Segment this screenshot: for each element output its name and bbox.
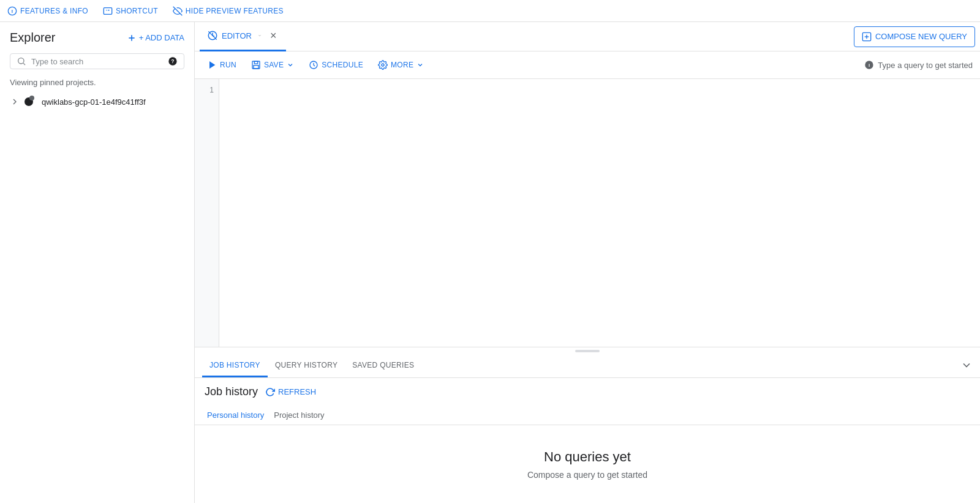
save-button[interactable]: SAVE bbox=[246, 56, 299, 74]
compose-new-query-btn[interactable]: COMPOSE NEW QUERY bbox=[854, 26, 975, 47]
tab-close-btn[interactable]: × bbox=[268, 29, 279, 42]
empty-state: No queries yet Compose a query to get st… bbox=[195, 425, 980, 503]
top-bar: i FEATURES & INFO SHORTCUT HIDE PREVIEW … bbox=[0, 0, 980, 22]
more-button[interactable]: MORE bbox=[373, 56, 429, 74]
help-icon: ? bbox=[168, 56, 178, 66]
toolbar-hint: i Type a query to get started bbox=[864, 60, 973, 70]
bottom-tabs-group: JOB HISTORY QUERY HISTORY SAVED QUERIES bbox=[202, 355, 421, 377]
gear-icon bbox=[378, 60, 388, 70]
search-box[interactable]: ? bbox=[10, 53, 184, 69]
info-icon: i bbox=[864, 60, 874, 70]
svg-rect-2 bbox=[104, 7, 111, 14]
project-name: qwiklabs-gcp-01-1e4f9c41ff3f bbox=[42, 97, 146, 107]
history-tabs: Personal history Project history bbox=[195, 406, 980, 425]
editor-area[interactable]: 1 bbox=[195, 79, 980, 347]
collapse-btn[interactable] bbox=[960, 359, 973, 373]
shortcut-icon bbox=[103, 6, 113, 16]
schedule-icon bbox=[309, 60, 318, 70]
project-history-tab[interactable]: Project history bbox=[271, 409, 326, 421]
refresh-icon bbox=[265, 387, 275, 397]
chevron-down-icon[interactable] bbox=[255, 31, 264, 40]
chevron-right-icon bbox=[10, 97, 20, 107]
svg-text:?: ? bbox=[171, 58, 174, 64]
empty-state-subtitle: Compose a query to get started bbox=[527, 470, 647, 480]
eye-off-icon bbox=[173, 6, 183, 16]
personal-history-tab[interactable]: Personal history bbox=[205, 409, 266, 421]
toolbar: RUN SAVE bbox=[195, 51, 980, 79]
line-number-1: 1 bbox=[195, 84, 219, 96]
tab-job-history[interactable]: JOB HISTORY bbox=[202, 355, 268, 377]
clock-query-icon bbox=[207, 30, 218, 41]
schedule-button[interactable]: SCHEDULE bbox=[304, 56, 368, 74]
right-panel: EDITOR × COMPOSE NEW QUERY bbox=[195, 22, 980, 503]
chevron-down-icon bbox=[960, 359, 973, 371]
shortcut-btn[interactable]: SHORTCUT bbox=[103, 6, 158, 16]
bottom-content: Job history REFRESH Personal history Pro… bbox=[195, 378, 980, 503]
project-icon bbox=[24, 96, 37, 108]
line-numbers: 1 bbox=[195, 79, 219, 347]
job-history-title: Job history bbox=[205, 385, 258, 398]
svg-point-6 bbox=[18, 58, 24, 64]
resize-handle[interactable] bbox=[575, 350, 600, 352]
svg-rect-16 bbox=[254, 61, 257, 64]
toolbar-left: RUN SAVE bbox=[202, 56, 429, 74]
run-icon bbox=[207, 60, 217, 70]
refresh-button[interactable]: REFRESH bbox=[265, 387, 316, 397]
search-icon bbox=[17, 56, 26, 66]
more-chevron-icon bbox=[417, 61, 424, 69]
run-button[interactable]: RUN bbox=[202, 56, 241, 74]
tab-bar: EDITOR × COMPOSE NEW QUERY bbox=[195, 22, 980, 51]
svg-point-19 bbox=[382, 64, 384, 66]
tab-left: EDITOR × bbox=[200, 22, 286, 51]
sidebar-title: Explorer bbox=[10, 31, 55, 45]
save-chevron-icon bbox=[287, 61, 294, 69]
add-data-button[interactable]: + ADD DATA bbox=[127, 33, 184, 43]
svg-rect-17 bbox=[254, 66, 258, 69]
sidebar-header: Explorer + ADD DATA bbox=[0, 22, 194, 51]
features-info-btn[interactable]: i FEATURES & INFO bbox=[7, 6, 88, 16]
editor-content[interactable] bbox=[219, 79, 980, 347]
search-input[interactable] bbox=[31, 57, 163, 66]
svg-text:i: i bbox=[12, 8, 13, 13]
tab-query-history[interactable]: QUERY HISTORY bbox=[268, 355, 345, 377]
plus-icon bbox=[127, 33, 137, 43]
save-icon bbox=[251, 60, 261, 70]
editor-tab[interactable]: EDITOR × bbox=[200, 22, 286, 51]
viewing-text: Viewing pinned projects. bbox=[0, 75, 194, 92]
hide-preview-btn[interactable]: HIDE PREVIEW FEATURES bbox=[173, 6, 284, 16]
svg-text:i: i bbox=[869, 62, 870, 68]
tab-saved-queries[interactable]: SAVED QUERIES bbox=[345, 355, 421, 377]
empty-state-title: No queries yet bbox=[544, 449, 631, 465]
compose-icon bbox=[862, 32, 872, 42]
sidebar: Explorer + ADD DATA ? Viewing pinned pro… bbox=[0, 22, 195, 503]
svg-line-7 bbox=[23, 63, 25, 65]
svg-marker-14 bbox=[209, 61, 215, 69]
bottom-panel: JOB HISTORY QUERY HISTORY SAVED QUERIES … bbox=[195, 347, 980, 503]
bottom-tabs: JOB HISTORY QUERY HISTORY SAVED QUERIES bbox=[195, 355, 980, 378]
project-row[interactable]: qwiklabs-gcp-01-1e4f9c41ff3f bbox=[0, 92, 194, 112]
bottom-header: Job history REFRESH bbox=[195, 378, 980, 406]
info-circle-icon: i bbox=[7, 6, 17, 16]
main-layout: Explorer + ADD DATA ? Viewing pinned pro… bbox=[0, 22, 980, 503]
